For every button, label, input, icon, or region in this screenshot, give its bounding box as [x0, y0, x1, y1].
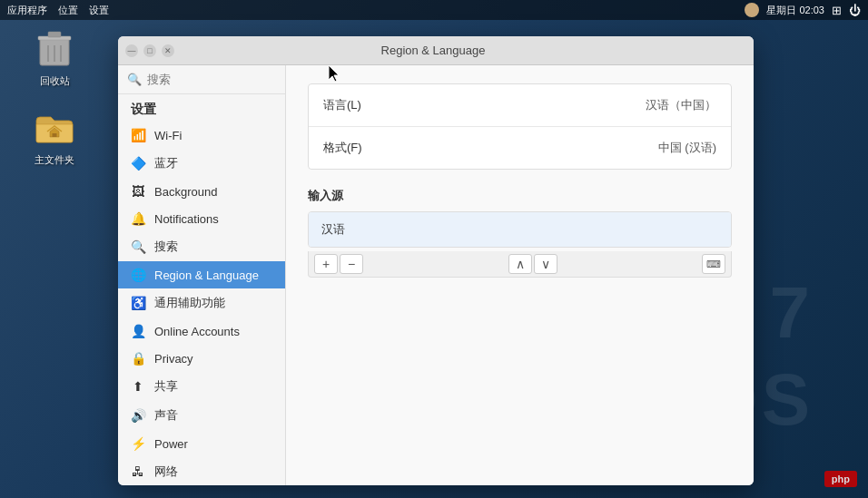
close-button[interactable]: ✕ [162, 44, 174, 57]
search-nav-icon: 🔍 [131, 239, 145, 254]
topbar-places[interactable]: 位置 [58, 4, 78, 17]
region-icon: 🌐 [131, 268, 145, 282]
folder-image [33, 106, 76, 150]
sidebar-label-privacy: Privacy [154, 352, 193, 366]
sidebar-title: 设置 [118, 94, 285, 122]
sidebar-item-network[interactable]: 🖧 网络 [118, 457, 285, 485]
input-toolbar-right: ⌨ [702, 254, 725, 274]
trash-image [33, 27, 76, 71]
sidebar-item-share[interactable]: ⬆ 共享 [118, 372, 285, 401]
sidebar-item-privacy[interactable]: 🔒 Privacy [118, 345, 285, 372]
folder-label: 主文件夹 [35, 153, 74, 167]
topbar-left: 应用程序 位置 设置 [7, 4, 109, 17]
topbar: 应用程序 位置 设置 星期日 02:03 ⊞ ⏻ [0, 0, 868, 20]
search-icon: 🔍 [127, 73, 142, 86]
wifi-icon: 📶 [131, 128, 145, 142]
input-toolbar-left: + − [314, 254, 363, 274]
sidebar-label-wifi: Wi-Fi [154, 129, 182, 142]
sidebar-item-online-accounts[interactable]: 👤 Online Accounts [118, 317, 285, 345]
sidebar-item-wifi[interactable]: 📶 Wi-Fi [118, 122, 285, 149]
topbar-settings[interactable]: 设置 [89, 4, 109, 17]
php-badge: php [824, 471, 857, 487]
region-panel: 语言(L) 汉语（中国） 格式(F) 中国 (汉语) 输入源 汉语 + [308, 83, 732, 278]
sidebar-item-accessibility[interactable]: ♿ 通用辅助功能 [118, 288, 285, 317]
sidebar-item-notifications[interactable]: 🔔 Notifications [118, 205, 285, 232]
desktop-icons: 回收站 主文件夹 [18, 27, 91, 167]
datetime-label: 星期日 02:03 [766, 4, 824, 17]
lang-format-section: 语言(L) 汉语（中国） 格式(F) 中国 (汉语) [308, 83, 732, 170]
trash-label: 回收站 [40, 74, 70, 88]
svg-rect-2 [48, 32, 61, 37]
titlebar-text: Region & Language [174, 44, 692, 57]
settings-titlebar: — □ ✕ Region & Language [118, 36, 754, 65]
search-input[interactable] [147, 73, 286, 86]
topbar-apps[interactable]: 应用程序 [7, 4, 47, 17]
language-value: 汉语（中国） [646, 97, 716, 113]
add-input-button[interactable]: + [314, 254, 338, 274]
format-row[interactable]: 格式(F) 中国 (汉语) [309, 127, 731, 169]
sidebar-item-sound[interactable]: 🔊 声音 [118, 401, 285, 430]
sidebar-label-sound: 声音 [154, 407, 178, 424]
sound-icon: 🔊 [131, 408, 145, 423]
sidebar-label-share: 共享 [154, 378, 178, 395]
bluetooth-icon: 🔷 [131, 156, 145, 171]
input-source-item[interactable]: 汉语 [309, 212, 731, 247]
folder-icon-desktop[interactable]: 主文件夹 [18, 106, 91, 167]
move-down-button[interactable]: ∨ [534, 254, 557, 274]
power-nav-icon: ⚡ [131, 436, 145, 451]
sidebar-label-region: Region & Language [154, 269, 259, 282]
main-content: 语言(L) 汉语（中国） 格式(F) 中国 (汉语) 输入源 汉语 + [286, 65, 754, 485]
notifications-icon: 🔔 [131, 211, 145, 226]
sidebar-item-bluetooth[interactable]: 🔷 蓝牙 [118, 149, 285, 178]
move-up-button[interactable]: ∧ [508, 254, 532, 274]
sidebar-label-bluetooth: 蓝牙 [154, 155, 178, 171]
privacy-icon: 🔒 [131, 351, 145, 366]
remove-input-button[interactable]: − [340, 254, 363, 274]
input-toolbar-middle: ∧ ∨ [508, 254, 557, 274]
sidebar-label-notifications: Notifications [154, 212, 219, 226]
maximize-button[interactable]: □ [143, 44, 156, 57]
sidebar-item-search[interactable]: 🔍 搜索 [118, 232, 285, 261]
sidebar-label-online-accounts: Online Accounts [154, 325, 240, 338]
sidebar-label-search: 搜索 [154, 239, 178, 255]
sidebar-item-region[interactable]: 🌐 Region & Language [118, 261, 285, 288]
power-icon[interactable]: ⏻ [849, 4, 861, 17]
share-icon: ⬆ [131, 379, 145, 394]
sidebar-item-background[interactable]: 🖼 Background [118, 178, 285, 205]
format-label: 格式(F) [323, 140, 362, 156]
accessibility-icon: ♿ [131, 296, 145, 310]
network-icon[interactable]: ⊞ [832, 4, 842, 17]
format-value: 中国 (汉语) [658, 140, 716, 156]
settings-body: 🔍 设置 📶 Wi-Fi 🔷 蓝牙 🖼 Background 🔔 [118, 65, 754, 485]
sidebar-label-accessibility: 通用辅助功能 [154, 295, 225, 311]
svg-rect-6 [53, 133, 57, 137]
sidebar-item-power[interactable]: ⚡ Power [118, 430, 285, 457]
sidebar: 🔍 设置 📶 Wi-Fi 🔷 蓝牙 🖼 Background 🔔 [118, 65, 286, 485]
input-sources-box: 汉语 [308, 211, 732, 248]
search-bar[interactable]: 🔍 [118, 65, 285, 94]
sidebar-label-background: Background [154, 185, 217, 199]
window-controls: — □ ✕ [125, 44, 174, 57]
network-nav-icon: 🖧 [131, 464, 145, 479]
sidebar-label-network: 网络 [154, 464, 178, 480]
topbar-right: 星期日 02:03 ⊞ ⏻ [745, 3, 861, 17]
background-icon: 🖼 [131, 184, 145, 199]
avatar-icon[interactable] [745, 3, 759, 17]
input-toolbar: + − ∧ ∨ ⌨ [308, 251, 732, 278]
input-section-title: 输入源 [308, 188, 732, 204]
trash-icon-desktop[interactable]: 回收站 [18, 27, 91, 88]
online-accounts-icon: 👤 [131, 324, 145, 338]
sidebar-label-power: Power [154, 437, 188, 451]
keyboard-settings-button[interactable]: ⌨ [702, 254, 725, 274]
language-row[interactable]: 语言(L) 汉语（中国） [309, 84, 731, 127]
minimize-button[interactable]: — [125, 44, 138, 57]
language-label: 语言(L) [323, 97, 361, 113]
settings-window: — □ ✕ Region & Language 🔍 设置 📶 Wi-Fi 🔷 蓝… [118, 36, 754, 485]
